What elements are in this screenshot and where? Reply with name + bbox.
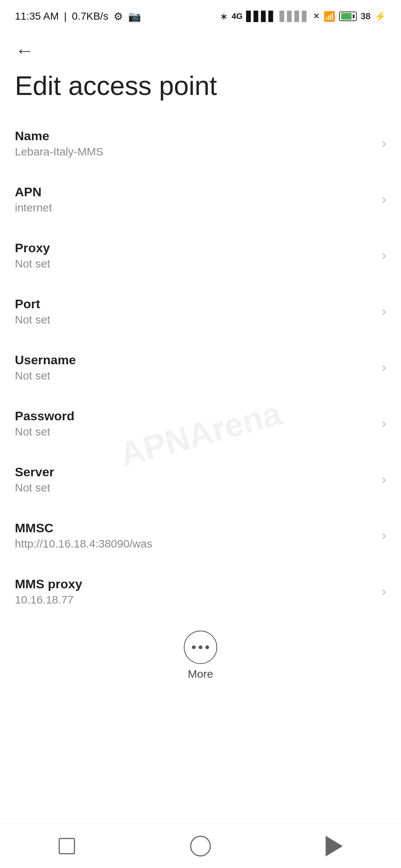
settings-item-server[interactable]: Server Not set › bbox=[0, 451, 401, 507]
charging-icon: ⚡ bbox=[374, 11, 386, 22]
more-label: More bbox=[188, 668, 213, 680]
camera-icon: 📷 bbox=[128, 10, 141, 23]
settings-label-mms-proxy: MMS proxy bbox=[15, 577, 374, 591]
settings-item-apn[interactable]: APN internet › bbox=[0, 171, 401, 227]
settings-item-password-content: Password Not set bbox=[15, 409, 374, 438]
settings-item-mms-proxy[interactable]: MMS proxy 10.16.18.77 › bbox=[0, 563, 401, 619]
battery-indicator bbox=[339, 11, 357, 21]
nav-recents-button[interactable] bbox=[48, 831, 85, 861]
separator: | bbox=[64, 10, 66, 22]
settings-item-password[interactable]: Password Not set › bbox=[0, 395, 401, 451]
chevron-icon-password: › bbox=[382, 416, 386, 431]
speed-display: 0.7KB/s bbox=[72, 10, 108, 22]
bluetooth-icon: ∗ bbox=[220, 11, 228, 22]
settings-value-username: Not set bbox=[15, 369, 374, 382]
settings-label-port: Port bbox=[15, 297, 374, 311]
signal-bars-icon: ▋▋▋▋ bbox=[246, 11, 276, 22]
chevron-icon-mms-proxy: › bbox=[382, 584, 386, 599]
settings-item-proxy[interactable]: Proxy Not set › bbox=[0, 227, 401, 283]
battery-percent: 38 bbox=[361, 11, 371, 22]
settings-item-mmsc[interactable]: MMSC http://10.16.18.4:38090/was › bbox=[0, 507, 401, 563]
settings-item-apn-content: APN internet bbox=[15, 185, 374, 214]
chevron-icon-username: › bbox=[382, 360, 386, 375]
more-dots-icon bbox=[192, 645, 209, 649]
navigation-bar bbox=[0, 823, 401, 868]
signal-4g-icon: 4G bbox=[232, 11, 242, 21]
settings-value-server: Not set bbox=[15, 481, 374, 494]
status-right: ∗ 4G ▋▋▋▋ ▋▋▋▋ ✕ 📶 38 ⚡ bbox=[220, 11, 386, 22]
settings-value-proxy: Not set bbox=[15, 257, 374, 270]
settings-label-proxy: Proxy bbox=[15, 241, 374, 255]
settings-list: Name Lebara-Italy-MMS › APN internet › P… bbox=[0, 115, 401, 619]
settings-label-name: Name bbox=[15, 129, 374, 143]
settings-item-username[interactable]: Username Not set › bbox=[0, 339, 401, 395]
back-button[interactable]: ← bbox=[0, 30, 401, 64]
settings-item-proxy-content: Proxy Not set bbox=[15, 241, 374, 270]
settings-value-name: Lebara-Italy-MMS bbox=[15, 145, 374, 158]
settings-item-name-content: Name Lebara-Italy-MMS bbox=[15, 129, 374, 158]
settings-value-mmsc: http://10.16.18.4:38090/was bbox=[15, 537, 374, 550]
settings-value-password: Not set bbox=[15, 425, 374, 438]
chevron-icon-mmsc: › bbox=[382, 528, 386, 543]
nav-back-button[interactable] bbox=[316, 831, 353, 861]
settings-label-username: Username bbox=[15, 353, 374, 367]
recents-icon bbox=[59, 838, 75, 854]
settings-item-port[interactable]: Port Not set › bbox=[0, 283, 401, 339]
settings-item-name[interactable]: Name Lebara-Italy-MMS › bbox=[0, 115, 401, 171]
back-nav-icon bbox=[326, 836, 343, 857]
settings-value-mms-proxy: 10.16.18.77 bbox=[15, 594, 374, 606]
nav-home-button[interactable] bbox=[182, 831, 219, 861]
settings-label-password: Password bbox=[15, 409, 374, 423]
settings-item-server-content: Server Not set bbox=[15, 465, 374, 494]
chevron-icon-proxy: › bbox=[382, 248, 386, 263]
settings-item-mmsc-content: MMSC http://10.16.18.4:38090/was bbox=[15, 521, 374, 550]
home-icon bbox=[190, 836, 211, 857]
settings-icon: ⚙ bbox=[114, 10, 123, 23]
settings-item-port-content: Port Not set bbox=[15, 297, 374, 326]
status-left: 11:35 AM | 0.7KB/s ⚙ 📷 bbox=[15, 10, 141, 23]
settings-label-mmsc: MMSC bbox=[15, 521, 374, 535]
signal-bars2-icon: ▋▋▋▋ bbox=[280, 11, 309, 22]
signal-x-icon: ✕ bbox=[313, 11, 320, 21]
page-title: Edit access point bbox=[0, 64, 401, 115]
chevron-icon-name: › bbox=[382, 136, 386, 151]
settings-label-server: Server bbox=[15, 465, 374, 479]
settings-item-username-content: Username Not set bbox=[15, 353, 374, 382]
settings-value-apn: internet bbox=[15, 201, 374, 214]
more-circle-icon bbox=[184, 631, 217, 664]
settings-item-mms-proxy-content: MMS proxy 10.16.18.77 bbox=[15, 577, 374, 606]
chevron-icon-apn: › bbox=[382, 192, 386, 207]
more-button[interactable]: More bbox=[0, 619, 401, 688]
settings-label-apn: APN bbox=[15, 185, 374, 199]
wifi-icon: 📶 bbox=[323, 11, 335, 22]
status-bar: 11:35 AM | 0.7KB/s ⚙ 📷 ∗ 4G ▋▋▋▋ ▋▋▋▋ ✕ … bbox=[0, 0, 401, 30]
chevron-icon-server: › bbox=[382, 472, 386, 487]
settings-value-port: Not set bbox=[15, 313, 374, 326]
back-arrow-icon: ← bbox=[15, 40, 34, 61]
chevron-icon-port: › bbox=[382, 304, 386, 319]
time-display: 11:35 AM bbox=[15, 10, 59, 22]
